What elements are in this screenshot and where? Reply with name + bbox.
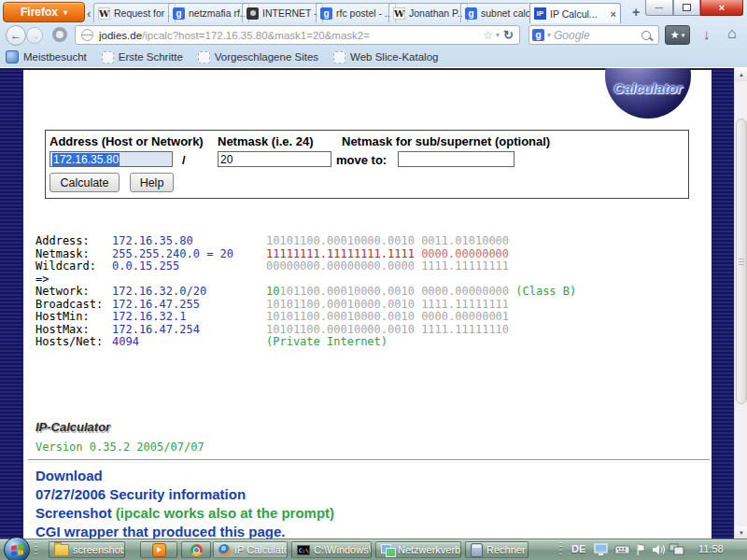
tab-groups-icon[interactable] xyxy=(52,27,67,42)
home-icon[interactable]: ⌂ xyxy=(727,25,737,42)
forward-button[interactable]: → xyxy=(26,27,43,44)
bookmark-label: Vorgeschlagene Sites xyxy=(215,51,318,63)
tab-jonathan[interactable]: W Jonathan P... xyxy=(388,3,468,22)
tab-netzmafia[interactable]: g netzmafia rf... xyxy=(168,3,249,22)
tray-grip xyxy=(559,542,562,557)
bookmark-suggested-sites[interactable]: Vorgeschlagene Sites xyxy=(198,51,318,63)
tab-request-for[interactable]: W Request for ... xyxy=(93,3,176,22)
taskbar-button-label: IP Calculator ... xyxy=(234,544,288,555)
binary-host-part: 1111.11111111 xyxy=(421,259,509,273)
taskbar-button-media-player[interactable] xyxy=(140,541,177,558)
binary-network-part: 101100.00010000.0010 xyxy=(279,285,415,298)
back-button[interactable]: ← xyxy=(6,25,26,46)
result-label: Broadcast: xyxy=(35,299,112,312)
taskbar-button-chrome[interactable] xyxy=(181,541,211,558)
firefox-menu-label: Firefox xyxy=(21,6,58,19)
result-label: Netmask: xyxy=(35,248,112,261)
result-row-network: Network:172.16.32.0/2010101100.00010000.… xyxy=(35,286,576,299)
close-button[interactable]: × xyxy=(700,0,743,16)
address-bar[interactable]: jodies.de/ipcalc?host=172.16.35.80&mask1… xyxy=(75,25,520,45)
chevron-down-icon[interactable]: ▾ xyxy=(496,31,500,39)
scrollbar-thumb[interactable] xyxy=(736,119,747,404)
tab-internet[interactable]: INTERNET -... xyxy=(242,3,323,22)
display-tray-icon[interactable] xyxy=(594,543,609,556)
address-input[interactable]: 172.16.35.80 xyxy=(49,151,173,167)
chrome-icon xyxy=(190,544,203,556)
new-tab-button[interactable]: + xyxy=(632,5,640,20)
binary-network-part: 10101100.00010000.0010 xyxy=(266,310,415,323)
slash-separator: / xyxy=(182,153,186,167)
help-button[interactable]: Help xyxy=(130,173,174,192)
supernet-label: Netmask for sub/supernet (optional) xyxy=(342,134,550,148)
firefox-icon xyxy=(218,544,231,556)
screenshot-link[interactable]: Screenshot xyxy=(35,505,112,521)
restore-icon xyxy=(683,4,691,11)
download-icon[interactable]: ↓ xyxy=(703,26,711,42)
tab-ip-calculator-active[interactable]: IP IP Calcul... × xyxy=(529,3,621,23)
url-text[interactable]: jodies.de/ipcalc?host=172.16.35.80&mask1… xyxy=(99,30,480,41)
google-favicon: g xyxy=(173,7,185,20)
keyboard-tray-icon[interactable] xyxy=(614,543,631,556)
security-info-link[interactable]: 07/27/2006 Security information xyxy=(35,486,246,502)
bookmark-label: Web Slice-Katalog xyxy=(350,51,438,63)
bookmark-web-slice-gallery[interactable]: Web Slice-Katalog xyxy=(333,51,438,63)
folder-icon xyxy=(198,51,210,63)
taskbar-button-label: Rechner xyxy=(486,544,526,555)
reload-icon[interactable]: ↻ xyxy=(503,28,514,42)
binary-host-part: 0011.01010000 xyxy=(421,234,509,247)
taskbar-button-network-connections[interactable]: Netzwerkverb... xyxy=(375,541,461,558)
minimize-button[interactable]: — xyxy=(645,0,673,16)
windows-taskbar: screenshots IP Calculator ... C:\ C:\Win… xyxy=(0,539,747,560)
firefox-menu-button[interactable]: Firefox ▾ xyxy=(3,2,85,22)
calculate-button[interactable]: Calculate xyxy=(49,173,120,192)
tab-close-icon[interactable]: × xyxy=(611,8,616,20)
scroll-down-icon[interactable]: ▼ xyxy=(735,526,747,539)
globe-icon xyxy=(81,29,93,41)
bookmark-getting-started[interactable]: Erste Schritte xyxy=(102,51,183,63)
search-box[interactable]: g ▾ Google xyxy=(529,25,659,45)
result-row-broadcast: Broadcast:172.16.47.25510101100.00010000… xyxy=(35,299,576,312)
footer-divider xyxy=(28,459,710,463)
google-favicon: g xyxy=(465,7,477,20)
taskbar-button-screenshots[interactable]: screenshots xyxy=(49,541,125,558)
site-favicon xyxy=(247,7,259,20)
result-label: Address: xyxy=(35,235,112,248)
taskbar-button-ip-calculator[interactable]: IP Calculator ... xyxy=(213,541,288,558)
google-favicon: g xyxy=(320,7,332,20)
bookmark-star-icon: ★ xyxy=(670,29,680,41)
scroll-up-icon[interactable]: ▲ xyxy=(735,68,747,81)
action-center-flag-icon[interactable] xyxy=(636,543,648,556)
taskbar-button-calculator[interactable]: Rechner xyxy=(465,541,529,558)
vertical-scrollbar[interactable]: ▲ ▼ xyxy=(734,68,747,539)
download-link[interactable]: Download xyxy=(35,468,103,483)
result-value: 172.16.32.1 xyxy=(112,311,266,324)
taskbar-clock[interactable]: 11:58 xyxy=(698,543,724,554)
bookmarks-menu-button[interactable]: ★ ▾ xyxy=(665,25,690,45)
bookmark-most-visited[interactable]: Meistbesucht xyxy=(6,50,87,63)
taskbar-button-label: Netzwerkverb... xyxy=(398,544,461,555)
binary-host-part: 1111.11111111 xyxy=(421,298,509,311)
window-controls: — × xyxy=(645,0,743,16)
cgi-wrapper-link[interactable]: CGI wrapper that produced this page. xyxy=(35,524,286,539)
tab-title: netzmafia rf... xyxy=(189,7,245,19)
supernet-input[interactable] xyxy=(398,151,514,167)
right-stripe-bar xyxy=(712,68,734,539)
language-indicator[interactable]: DE xyxy=(571,543,585,554)
start-button[interactable] xyxy=(4,537,30,560)
netmask-input[interactable] xyxy=(218,151,331,167)
taskbar-button-cmd[interactable]: C:\ C:\Windows\... xyxy=(291,541,372,558)
search-icon[interactable] xyxy=(641,31,651,40)
tab-scroll-left-icon[interactable]: ‹ xyxy=(87,7,91,21)
bookmark-star-icon[interactable]: ☆ xyxy=(483,29,493,42)
address-label: Address (Host or Network) xyxy=(49,134,204,148)
tab-rfc-postel[interactable]: g rfc postel - ... xyxy=(316,3,396,22)
result-label: Network: xyxy=(35,286,112,299)
volume-icon[interactable] xyxy=(652,543,666,556)
binary-host-part: 0000.00000000 xyxy=(421,247,509,260)
restore-button[interactable] xyxy=(673,0,700,16)
binary-host-part: 0000.00000001 xyxy=(421,310,509,323)
dual-display-icon[interactable] xyxy=(669,543,684,556)
chevron-down-icon[interactable]: ▾ xyxy=(547,31,551,39)
tab-subnet-calc[interactable]: g subnet calc... xyxy=(460,3,537,22)
result-value: 255.255.240.0 = 20 xyxy=(112,248,266,261)
